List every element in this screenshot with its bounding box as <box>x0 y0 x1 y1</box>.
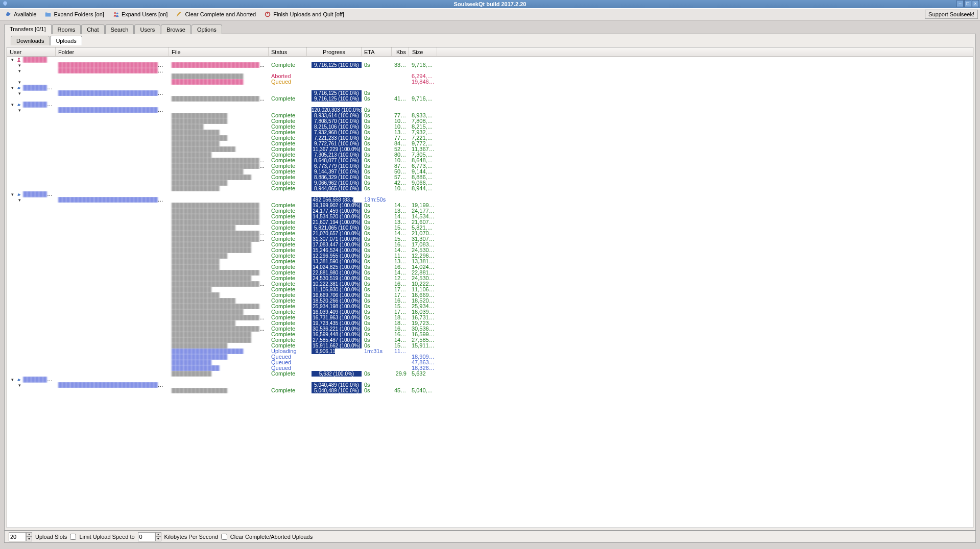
table-row[interactable]: ██████████████Complete12,296,955 (100.0%… <box>7 253 973 259</box>
table-row[interactable]: ████████████████████████████████████████… <box>7 315 973 320</box>
table-row[interactable]: ████████████████████████Complete9,716,12… <box>7 96 973 102</box>
table-row[interactable]: ████████████████████████████████Complete… <box>7 158 973 163</box>
table-row[interactable]: ████████████████████Complete17,083,447 (… <box>7 242 973 247</box>
col-size[interactable]: Size <box>409 47 437 56</box>
expand-icon[interactable]: ▾ <box>17 197 22 203</box>
table-row[interactable]: ██████████████████████████████████Comple… <box>7 231 973 236</box>
table-row[interactable]: ████████████Complete8,944,065 (100.0%)0s… <box>7 186 973 191</box>
spin-down-icon[interactable]: ▼ <box>26 537 32 541</box>
table-row[interactable]: ████████████Complete9,772,761 (100.0%)0s… <box>7 141 973 146</box>
upload-slots-spinbox[interactable]: ▲▼ <box>9 532 32 541</box>
table-row[interactable]: ██████████████████Complete9,144,397 (100… <box>7 169 973 174</box>
table-row[interactable]: ██████████████████Aborted6,294,342 <box>7 73 973 79</box>
support-button[interactable]: Support Soulseek! <box>925 10 978 19</box>
table-row[interactable]: ██████████████Complete5,040,489 (100.0%)… <box>7 388 973 393</box>
table-row[interactable]: ██████████Complete5,632 (100.0%)0s29.95,… <box>7 371 973 377</box>
table-row[interactable]: ████████████████████Complete16,599,448 (… <box>7 332 973 337</box>
status-available-button[interactable]: Available <box>2 9 39 19</box>
table-row[interactable]: ██████████████████████Complete19,199,902… <box>7 203 973 208</box>
uploads-table[interactable]: User Folder File Status Progress ETA Kbs… <box>7 47 973 528</box>
table-row[interactable]: ████████████Complete14,024,825 (100.0%)0… <box>7 264 973 270</box>
tab-rooms[interactable]: Rooms <box>52 24 81 34</box>
table-row[interactable]: ▾██████████████████Queued19,846,393 <box>7 79 973 85</box>
limit-speed-checkbox[interactable] <box>70 534 76 540</box>
close-icon[interactable]: × <box>972 0 979 7</box>
table-row[interactable]: ████████████Complete13,381,590 (100.0%)0… <box>7 259 973 264</box>
table-row[interactable]: ██████████████████Uploading9,906,112 (46… <box>7 348 973 354</box>
table-row[interactable]: ██████████████████████Complete22,881,980… <box>7 270 973 276</box>
table-row[interactable]: ██████████████Queued18,909,499 <box>7 354 973 360</box>
expand-icon[interactable]: ▾ <box>17 383 22 388</box>
titlebar[interactable]: SoulseekQt build 2017.2.20 – □ × <box>0 0 980 8</box>
expand-icon[interactable]: ▾ <box>17 68 22 74</box>
col-status[interactable]: Status <box>269 47 307 56</box>
table-row[interactable]: ██████████████████████Complete25,934,198… <box>7 304 973 309</box>
table-row[interactable]: ██████████████Complete7,808,570 (100.0%)… <box>7 118 973 124</box>
table-row[interactable]: ██████████Complete11,106,930 (100.0%)0s1… <box>7 287 973 292</box>
table-row[interactable]: ████████████████████████████████Complete… <box>7 163 973 169</box>
tab-chat[interactable]: Chat <box>81 24 104 34</box>
expand-icon[interactable]: ▾ <box>17 108 22 113</box>
col-progress[interactable]: Progress <box>307 47 362 56</box>
table-row[interactable]: ██████████Queued47,863,259 <box>7 360 973 365</box>
table-row[interactable]: ████████████████████Complete8,886,329 (1… <box>7 174 973 180</box>
table-row[interactable]: ██████████████████████Complete14,534,520… <box>7 214 973 219</box>
tab-browse[interactable]: Browse <box>161 24 191 34</box>
spin-up-icon[interactable]: ▲ <box>26 532 32 537</box>
finish-quit-button[interactable]: Finish Uploads and Quit [off] <box>261 9 347 19</box>
clear-complete-button[interactable]: Clear Complete and Aborted <box>173 9 258 19</box>
table-row[interactable]: ██████████████████████████████████████Co… <box>7 326 973 332</box>
table-row[interactable]: ▾ ████████ <box>7 85 973 90</box>
table-row[interactable]: ██████████████Complete7,221,233 (100.0%)… <box>7 135 973 141</box>
limit-speed-input[interactable] <box>138 532 155 541</box>
col-eta[interactable]: ETA <box>362 47 392 56</box>
col-kbs[interactable]: Kbs <box>392 47 409 56</box>
table-row[interactable]: ▾ ██████████ <box>7 377 973 382</box>
subtab-uploads[interactable]: Uploads <box>50 36 82 45</box>
table-row[interactable]: ████████████████Complete19,723,435 (100.… <box>7 320 973 326</box>
tab-transfers[interactable]: Transfers [0/1] <box>4 24 52 34</box>
table-row[interactable]: ████████████████████Complete15,246,524 (… <box>7 247 973 253</box>
table-row[interactable]: ▾██████████████████████████████████████1… <box>7 107 973 113</box>
tab-users[interactable]: Users <box>134 24 160 34</box>
table-row[interactable]: ████████████Complete16,669,706 (100.0%)0… <box>7 292 973 298</box>
col-file[interactable]: File <box>169 47 269 56</box>
col-folder[interactable]: Folder <box>56 47 169 56</box>
expand-folders-button[interactable]: Expand Folders [on] <box>42 9 106 19</box>
table-row[interactable]: ████████████████████████████████████Comp… <box>7 281 973 287</box>
table-row[interactable]: ██████████████Complete8,933,614 (100.0%)… <box>7 113 973 118</box>
table-row[interactable]: ▾██████████████████████████████████████5… <box>7 382 973 388</box>
table-row[interactable]: ████████Complete8,215,106 (100.0%)0s1021… <box>7 124 973 130</box>
table-row[interactable]: ████████████████Complete5,821,065 (100.0… <box>7 225 973 231</box>
table-row[interactable]: ████████████Complete7,932,968 (100.0%)0s… <box>7 130 973 135</box>
limit-speed-spinbox[interactable]: ▲▼ <box>138 532 161 541</box>
table-row[interactable]: ▾ ██████ <box>7 57 973 62</box>
table-row[interactable]: ▾███████████████████████████████████████… <box>7 62 973 68</box>
spin-up-icon[interactable]: ▲ <box>155 532 161 537</box>
table-row[interactable]: ██████████████Complete15,911,662 (100.0%… <box>7 343 973 348</box>
table-row[interactable]: ▾████████████████████████████ <box>7 68 973 73</box>
table-row[interactable]: ██████████████Complete9,066,962 (100.0%)… <box>7 180 973 186</box>
minimize-icon[interactable]: – <box>957 0 964 7</box>
col-user[interactable]: User <box>7 47 56 56</box>
table-row[interactable]: ████████████████████Complete27,585,487 (… <box>7 337 973 343</box>
table-row[interactable]: ▾ ████████ <box>7 191 973 197</box>
table-row[interactable]: ████████████Queued18,326,075 <box>7 365 973 371</box>
table-row[interactable]: ▾ ████████ <box>7 102 973 107</box>
table-row[interactable]: ▾████████████████████████████████9,716,1… <box>7 90 973 96</box>
table-row[interactable]: ██████████████████Complete16,039,409 (10… <box>7 309 973 315</box>
maximize-icon[interactable]: □ <box>964 0 971 7</box>
upload-slots-input[interactable] <box>9 532 26 541</box>
clear-uploads-checkbox[interactable] <box>221 534 227 540</box>
spin-down-icon[interactable]: ▼ <box>155 537 161 541</box>
expand-icon[interactable]: ▾ <box>17 91 22 96</box>
table-row[interactable]: ██████████████████████████████████Comple… <box>7 236 973 242</box>
table-row[interactable]: ▾███████████████████████████████████████… <box>7 197 973 203</box>
table-row[interactable]: ██████████████████████Complete21,607,194… <box>7 219 973 225</box>
table-row[interactable]: ██████████████████████Complete24,177,459… <box>7 208 973 214</box>
table-row[interactable]: ████████████████Complete11,367,229 (100.… <box>7 146 973 152</box>
tab-search[interactable]: Search <box>105 24 134 34</box>
table-row[interactable]: ██████████Complete7,305,213 (100.0%)0s80… <box>7 152 973 158</box>
subtab-downloads[interactable]: Downloads <box>11 36 50 45</box>
expand-users-button[interactable]: Expand Users [on] <box>110 9 171 19</box>
